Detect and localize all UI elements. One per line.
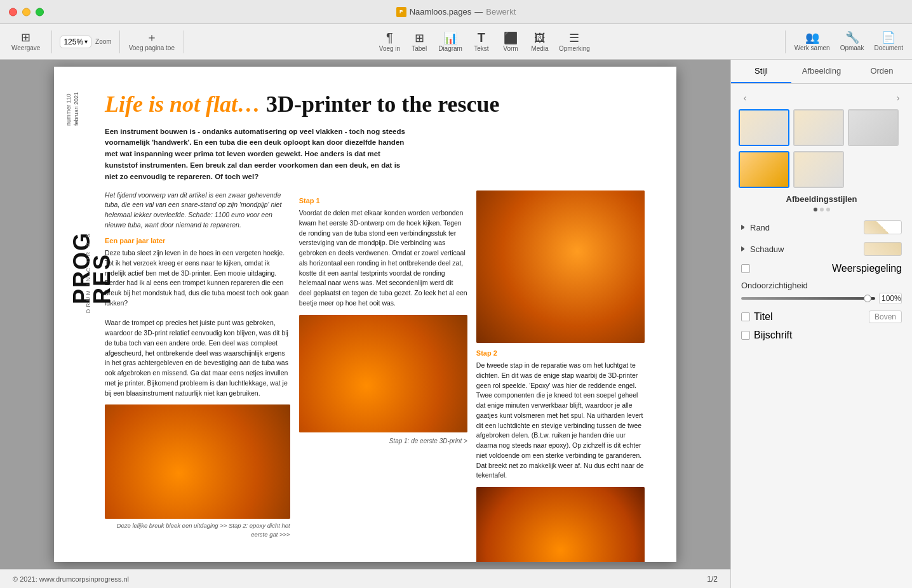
collaborate-button[interactable]: 👥 Werk samen: [791, 30, 834, 53]
stap2-text: De tweede stap in de reparatie was om he…: [476, 361, 645, 481]
text-icon: T: [478, 31, 485, 44]
schaduw-color-swatch[interactable]: [864, 242, 902, 256]
insert-label: Voeg in: [379, 45, 400, 52]
article-columns: Het lijdend voorwerp van dit artikel is …: [105, 190, 645, 562]
bijschrift-label: Bijschrift: [754, 330, 792, 341]
close-button[interactable]: [9, 8, 17, 16]
left-italic-text: Het lijdend voorwerp van dit artikel is …: [105, 190, 290, 231]
add-page-button[interactable]: ＋ Voeg pagina toe: [125, 30, 178, 53]
format-label: Opmaak: [840, 44, 864, 51]
view-icon: ⊞: [21, 32, 30, 43]
add-page-icon: ＋: [146, 32, 158, 43]
thumb-1[interactable]: [739, 109, 789, 146]
file-icon: P: [396, 7, 406, 17]
rand-triangle-icon[interactable]: [741, 225, 746, 230]
window-title: P Naamloos.pages — Bewerkt: [396, 7, 516, 17]
thumb-row-2: [739, 151, 904, 188]
bijschrift-checkbox[interactable]: [741, 331, 750, 340]
zoom-group: 125% ▾ Zoom: [57, 36, 114, 48]
dot-3: [826, 208, 830, 211]
zoom-label: Zoom: [95, 38, 112, 45]
title-filename: Naamloos.pages: [410, 7, 472, 17]
tab-stijl[interactable]: Stijl: [731, 60, 791, 83]
text-button[interactable]: T Tekst: [467, 29, 495, 54]
schaduw-label: Schaduw: [750, 244, 784, 254]
sep2: [119, 30, 120, 53]
table-icon: ⊞: [415, 32, 424, 44]
titel-checkbox[interactable]: [741, 312, 750, 321]
rand-color-swatch[interactable]: [864, 220, 902, 234]
page-number: 1/2: [707, 575, 718, 584]
sep1: [51, 30, 52, 53]
table-button[interactable]: ⊞ Tabel: [405, 30, 433, 54]
shape-icon: ⬛: [504, 32, 518, 44]
document-icon: 📄: [882, 32, 895, 43]
dot-1: [814, 208, 817, 211]
boven-dropdown[interactable]: Boven: [869, 311, 902, 323]
media-label: Media: [531, 45, 548, 52]
thumb-5[interactable]: [793, 151, 844, 188]
title-bold-part: 3D-printer to the rescue: [266, 91, 500, 117]
weerspiegeling-row: Weerspiegeling: [739, 260, 904, 277]
right-column: Stap 2 De tweede stap in de reparatie wa…: [476, 190, 645, 562]
title-status: Bewerkt: [486, 7, 516, 17]
thumb-3[interactable]: [848, 109, 899, 146]
zoom-value: 125%: [64, 37, 83, 46]
comment-icon: ☰: [569, 32, 579, 44]
schaduw-row: Schaduw: [739, 238, 904, 260]
issue-line2: februari 2021: [73, 92, 79, 126]
shape-button[interactable]: ⬛ Vorm: [497, 30, 525, 54]
tab-orden[interactable]: Orden: [852, 60, 912, 83]
format-button[interactable]: 🔧 Opmaak: [836, 30, 868, 53]
thumb-4[interactable]: [739, 151, 789, 188]
paragraph-button[interactable]: ¶ Voeg in: [375, 29, 404, 54]
weerspiegeling-checkbox[interactable]: [741, 264, 750, 273]
mid-column: Stap 1 Voordat de delen met elkaar konde…: [299, 190, 467, 562]
document-page: nummer 110 februari 2021 PROGRES DRUM IN…: [54, 67, 676, 562]
thumb-next-button[interactable]: ›: [892, 91, 904, 104]
mid-photo: [299, 315, 467, 432]
comment-button[interactable]: ☰ Opmerking: [555, 30, 594, 54]
diagram-button[interactable]: 📊 Diagram: [434, 30, 466, 54]
title-separator: —: [474, 7, 483, 17]
table-label: Tabel: [412, 45, 427, 52]
thumb-2[interactable]: [793, 109, 844, 146]
main-canvas: nummer 110 februari 2021 PROGRES DRUM IN…: [0, 60, 730, 569]
view-button[interactable]: ⊞ Weergave: [8, 30, 44, 53]
status-bar: © 2021: www.drumcorpsinprogress.nl 1/2: [0, 569, 730, 588]
sep3: [184, 30, 184, 53]
maximize-button[interactable]: [36, 8, 44, 16]
titel-label: Titel: [754, 311, 773, 323]
media-button[interactable]: 🖼 Media: [526, 30, 554, 54]
opacity-thumb[interactable]: [864, 295, 871, 302]
toolbar-right: 🔧 Opmaak 📄 Document: [836, 30, 907, 53]
tab-afbeelding[interactable]: Afbeelding: [791, 60, 852, 83]
rand-row: Rand: [739, 217, 904, 238]
diagram-icon: 📊: [443, 32, 457, 44]
schaduw-triangle-icon[interactable]: [741, 246, 746, 251]
style-dots: [739, 208, 904, 211]
left-section-head: Een paar jaar later: [105, 236, 290, 246]
right-photo-bottom: [476, 487, 645, 562]
styles-section-title: Afbeeldingsstijlen: [739, 194, 904, 204]
dot-2: [820, 208, 824, 211]
stap2-head: Stap 2: [476, 348, 645, 359]
minimize-button[interactable]: [22, 8, 30, 16]
weerspiegeling-label: Weerspiegeling: [832, 263, 902, 274]
right-photo-top: [476, 190, 645, 343]
opacity-row: Ondoorzichtigheid 100%: [739, 277, 904, 307]
panel-tabs: Stijl Afbeelding Orden: [731, 60, 912, 84]
comment-label: Opmerking: [559, 45, 590, 52]
opacity-value[interactable]: 100%: [879, 293, 902, 304]
issue-info: nummer 110 februari 2021: [65, 92, 80, 126]
zoom-dropdown[interactable]: 125% ▾: [60, 36, 91, 48]
document-button[interactable]: 📄 Document: [870, 30, 907, 53]
opacity-slider[interactable]: [741, 297, 875, 300]
document-label: Document: [874, 44, 903, 51]
text-label: Tekst: [474, 45, 488, 52]
left-column: Het lijdend voorwerp van dit artikel is …: [105, 190, 290, 562]
title-bar: P Naamloos.pages — Bewerkt: [0, 0, 912, 24]
view-group: ⊞ Weergave: [5, 30, 46, 53]
view-label: Weergave: [11, 44, 40, 51]
thumb-prev-button[interactable]: ‹: [739, 91, 751, 104]
